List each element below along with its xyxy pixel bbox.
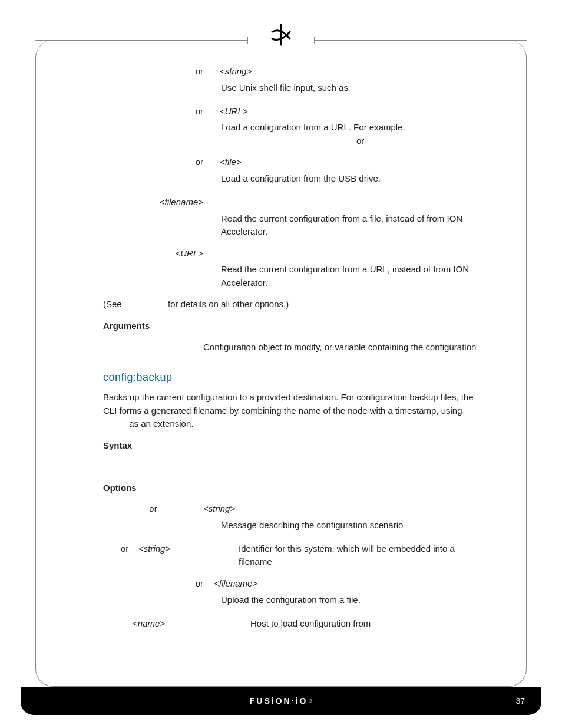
option-item: or<string> Use Unix shell file input, su… (103, 65, 486, 94)
param: <filename> (160, 197, 203, 207)
syntax-heading: Syntax (103, 439, 486, 452)
page-number: 37 (515, 696, 525, 706)
option-item: <filename> Read the current configuratio… (103, 196, 486, 239)
see-note: (See for details on all other options.) (103, 298, 486, 311)
option-desc: Read the current configuration from a fi… (103, 212, 486, 239)
page-footer: FUSiON·iO® 37 (21, 687, 541, 715)
option-item: or<filename> Upload the configuration fr… (103, 577, 486, 607)
param: <URL> (220, 106, 248, 116)
option-item: or<URL> Load a configuration from a URL.… (103, 105, 486, 148)
command-heading: config:backup (103, 370, 486, 385)
param: <file> (220, 157, 242, 167)
brand-logo: FUSiON·iO® (250, 696, 312, 706)
page: or<string> Use Unix shell file input, su… (0, 0, 562, 728)
arguments-heading: Arguments (103, 319, 486, 332)
option-desc: Load a configuration from the USB drive. (103, 172, 486, 185)
option-item: or <string> Identifier for this system, … (103, 542, 486, 568)
option-desc: Use Unix shell file input, such as (103, 81, 486, 94)
option-desc: Load a configuration from a URL. For exa… (103, 121, 486, 147)
command-desc: Backs up the current configuration to a … (103, 391, 486, 431)
option-item: or<file> Load a configuration from the U… (103, 156, 486, 185)
body-text: or<string> Use Unix shell file input, su… (103, 65, 486, 633)
option-item: <name> Host to load configuration from (103, 617, 486, 630)
param: <URL> (175, 248, 203, 258)
option-desc: Read the current configuration from a UR… (103, 263, 486, 289)
arguments-row: Configuration object to modify, or varia… (103, 341, 486, 354)
option-item: or<string> Message describing the config… (103, 502, 486, 532)
param: <string> (220, 66, 252, 76)
option-item: <URL> Read the current configuration fro… (103, 247, 486, 290)
options-heading: Options (103, 482, 486, 495)
